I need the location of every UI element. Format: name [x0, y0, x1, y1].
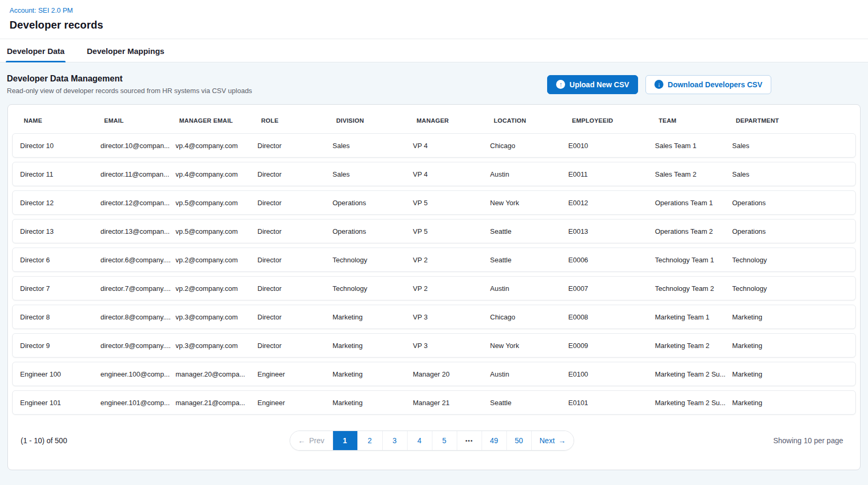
cell-employeeid: E0008 — [568, 313, 655, 321]
cell-email: director.12@compan... — [100, 199, 176, 207]
cell-email: engineer.100@comp... — [100, 370, 176, 378]
section-header: Developer Data Management Read-only view… — [0, 62, 868, 104]
cell-division: Marketing — [333, 370, 413, 378]
cell-email: engineer.101@comp... — [100, 399, 176, 407]
cell-team: Sales Team 2 — [655, 170, 732, 178]
cell-location: Seattle — [490, 256, 568, 264]
cell-team: Marketing Team 2 Su... — [655, 370, 732, 378]
table-row: Director 12director.12@compan...vp.5@com… — [12, 190, 856, 215]
cell-location: New York — [490, 199, 568, 207]
cell-department: Marketing — [732, 342, 855, 350]
column-header-email: EMAIL — [104, 117, 179, 124]
cell-email: director.9@company.... — [100, 342, 176, 350]
cell-manager: VP 4 — [413, 142, 490, 150]
cell-manager-email: vp.5@company.com — [176, 227, 257, 235]
cell-division: Operations — [333, 227, 413, 235]
cell-role: Director — [257, 342, 333, 350]
pagination-range-label: (1 - 10) of 500 — [21, 436, 290, 445]
cell-email: director.8@company.... — [100, 313, 176, 321]
cell-name: Director 10 — [20, 142, 100, 150]
pagination-next-button[interactable]: Next→ — [531, 431, 574, 450]
arrow-left-icon: ← — [298, 436, 306, 445]
cell-email: director.11@compan... — [100, 170, 176, 178]
pagination-page-4[interactable]: 4 — [407, 431, 432, 450]
table-rows: Director 10director.10@compan...vp.4@com… — [12, 133, 856, 415]
table-row: Director 6director.6@company....vp.2@com… — [12, 248, 856, 272]
cell-employeeid: E0100 — [568, 370, 655, 378]
cell-location: Seattle — [490, 227, 568, 235]
cell-location: Austin — [490, 170, 568, 178]
cell-employeeid: E0011 — [568, 170, 655, 178]
column-header-employeeid: EMPLOYEEID — [572, 117, 659, 124]
upload-button-label: Upload New CSV — [569, 80, 629, 89]
cell-role: Director — [257, 199, 333, 207]
cell-role: Director — [257, 313, 333, 321]
table-row: Director 7director.7@company....vp.2@com… — [12, 276, 856, 300]
cell-role: Director — [257, 170, 333, 178]
pagination-page-3[interactable]: 3 — [382, 431, 407, 450]
cell-manager: VP 3 — [413, 342, 490, 350]
cell-location: New York — [490, 342, 568, 350]
table-row: Director 11director.11@compan...vp.4@com… — [12, 162, 856, 186]
upload-icon: ↑ — [556, 80, 565, 89]
cell-email: director.13@compan... — [100, 227, 176, 235]
cell-name: Director 9 — [20, 342, 100, 350]
cell-division: Technology — [333, 285, 413, 292]
cell-employeeid: E0009 — [568, 342, 655, 350]
page-title: Developer records — [10, 19, 858, 31]
pagination-page-49[interactable]: 49 — [482, 431, 506, 450]
cell-team: Technology Team 1 — [655, 256, 732, 264]
cell-manager: VP 3 — [413, 313, 490, 321]
tab-developer-mappings[interactable]: Developer Mappings — [86, 39, 165, 62]
cell-name: Engineer 100 — [20, 370, 100, 378]
cell-name: Director 11 — [20, 170, 100, 178]
cell-division: Marketing — [333, 313, 413, 321]
table-row: Director 8director.8@company....vp.3@com… — [12, 305, 856, 329]
table-row: Director 13director.13@compan...vp.5@com… — [12, 219, 856, 243]
cell-location: Seattle — [490, 399, 568, 407]
pagination-page-50[interactable]: 50 — [506, 431, 531, 450]
download-icon: ↓ — [654, 80, 663, 89]
cell-manager-email: manager.21@compa... — [176, 399, 257, 407]
cell-manager-email: vp.5@company.com — [176, 199, 257, 207]
cell-role: Director — [257, 227, 333, 235]
cell-manager-email: manager.20@compa... — [176, 370, 257, 378]
column-header-role: ROLE — [261, 117, 336, 124]
table-row: Director 10director.10@compan...vp.4@com… — [12, 133, 856, 158]
table-row: Director 9director.9@company....vp.3@com… — [12, 333, 856, 358]
cell-location: Chicago — [490, 142, 568, 150]
account-link[interactable]: Account: SEI 2.0 PM — [10, 6, 73, 14]
cell-employeeid: E0101 — [568, 399, 655, 407]
column-header-location: LOCATION — [494, 117, 572, 124]
cell-division: Sales — [333, 142, 413, 150]
pagination-page-2[interactable]: 2 — [357, 431, 382, 450]
cell-manager-email: vp.2@company.com — [176, 285, 257, 292]
cell-manager: Manager 21 — [413, 399, 490, 407]
cell-employeeid: E0012 — [568, 199, 655, 207]
table-header-row: NAMEEMAILMANAGER EMAILROLEDIVISIONMANAGE… — [12, 109, 856, 133]
cell-division: Marketing — [333, 399, 413, 407]
cell-division: Technology — [333, 256, 413, 264]
cell-manager: VP 2 — [413, 285, 490, 292]
top-header: Account: SEI 2.0 PM Developer records — [0, 0, 868, 31]
pagination-prev-button[interactable]: ←Prev — [290, 431, 333, 450]
cell-department: Technology — [732, 285, 855, 292]
cell-team: Technology Team 2 — [655, 285, 732, 292]
upload-new-csv-button[interactable]: ↑ Upload New CSV — [547, 75, 638, 94]
cell-name: Director 12 — [20, 199, 100, 207]
cell-role: Director — [257, 285, 333, 292]
cell-department: Operations — [732, 227, 855, 235]
cell-manager: VP 5 — [413, 199, 490, 207]
arrow-right-icon: → — [558, 436, 566, 445]
cell-role: Engineer — [257, 370, 333, 378]
cell-role: Engineer — [257, 399, 333, 407]
tab-developer-data[interactable]: Developer Data — [6, 39, 66, 62]
cell-team: Operations Team 1 — [655, 199, 732, 207]
cell-division: Operations — [333, 199, 413, 207]
next-label: Next — [540, 436, 555, 445]
download-developers-csv-button[interactable]: ↓ Download Developers CSV — [645, 75, 771, 94]
pagination-page-5[interactable]: 5 — [432, 431, 457, 450]
cell-employeeid: E0010 — [568, 142, 655, 150]
column-header-team: TEAM — [659, 117, 736, 124]
pagination-page-1[interactable]: 1 — [333, 431, 357, 450]
